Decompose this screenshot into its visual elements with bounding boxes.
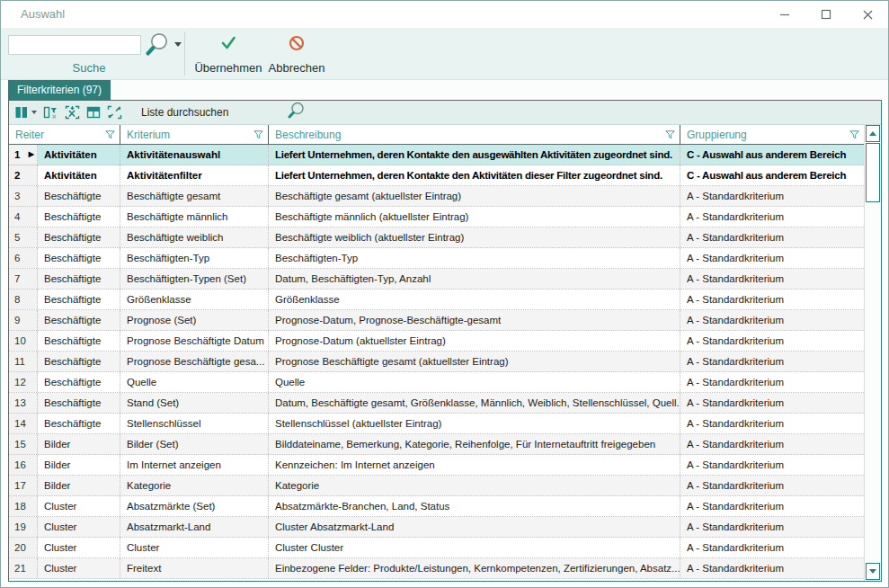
cell-gruppierung[interactable]: A - Standardkriterium — [680, 269, 864, 289]
cell-kriterium[interactable]: Quelle — [120, 372, 269, 392]
grid-view-button[interactable] — [86, 105, 101, 120]
search-options-caret-icon[interactable] — [174, 42, 182, 47]
column-header-beschreibung[interactable]: Beschreibung — [269, 125, 680, 144]
cell-beschreibung[interactable]: Prognose-Datum (aktuellster Eintrag) — [269, 331, 680, 351]
cell-reiter[interactable]: Beschäftigte — [38, 352, 120, 371]
cell-gruppierung[interactable]: A - Standardkriterium — [680, 227, 864, 247]
cell-reiter[interactable]: Beschäftigte — [38, 186, 120, 206]
cell-gruppierung[interactable]: A - Standardkriterium — [680, 558, 864, 578]
table-row[interactable]: 19ClusterAbsatzmarkt-LandCluster Absatzm… — [9, 517, 864, 538]
cell-beschreibung[interactable]: Liefert Unternehmen, deren Kontakte den … — [269, 165, 680, 185]
cell-beschreibung[interactable]: Beschäftigte gesamt (aktuellster Eintrag… — [269, 186, 680, 206]
table-row[interactable]: 13BeschäftigteStand (Set)Datum, Beschäft… — [9, 393, 864, 414]
cell-gruppierung[interactable]: A - Standardkriterium — [680, 517, 864, 537]
cell-beschreibung[interactable]: Bilddateiname, Bemerkung, Kategorie, Rei… — [269, 434, 680, 454]
cell-reiter[interactable]: Beschäftigte — [38, 207, 120, 227]
column-header-kriterium[interactable]: Kriterium — [120, 125, 269, 144]
cell-reiter[interactable]: Beschäftigte — [38, 290, 120, 309]
cell-reiter[interactable]: Bilder — [38, 434, 120, 454]
fit-columns-button[interactable] — [107, 105, 122, 120]
cell-reiter[interactable]: Cluster — [38, 517, 120, 537]
table-row[interactable]: 9BeschäftigtePrognose (Set)Prognose-Datu… — [9, 310, 864, 331]
column-chooser-button[interactable] — [14, 105, 37, 120]
cell-beschreibung[interactable]: Cluster Cluster — [269, 538, 680, 557]
cell-gruppierung[interactable]: A - Standardkriterium — [680, 372, 864, 392]
table-row[interactable]: 14BeschäftigteStellenschlüsselStellensch… — [9, 414, 864, 434]
cell-beschreibung[interactable]: Beschäftigte weiblich (aktuellster Eintr… — [269, 227, 680, 247]
search-icon[interactable] — [143, 31, 172, 61]
cell-reiter[interactable]: Bilder — [38, 476, 120, 495]
cell-reiter[interactable]: Aktivitäten — [38, 145, 120, 165]
cell-beschreibung[interactable]: Liefert Unternehmen, deren Kontakte den … — [269, 145, 680, 165]
table-row[interactable]: 5BeschäftigteBeschäftigte weiblichBeschä… — [9, 227, 864, 248]
cell-kriterium[interactable]: Beschäftigte gesamt — [120, 186, 269, 206]
search-input[interactable] — [8, 35, 141, 55]
cell-kriterium[interactable]: Beschäftigten-Typen (Set) — [120, 269, 269, 289]
cell-beschreibung[interactable]: Kennzeichen: Im Internet anzeigen — [269, 455, 680, 475]
cell-gruppierung[interactable]: A - Standardkriterium — [680, 496, 864, 516]
cell-kriterium[interactable]: Beschäftigte männlich — [120, 207, 269, 227]
table-row[interactable]: 10BeschäftigtePrognose Beschäftigte Datu… — [9, 331, 864, 352]
cell-kriterium[interactable]: Bilder (Set) — [120, 434, 269, 454]
cancel-button[interactable]: Abbrechen — [267, 31, 326, 77]
column-header-reiter[interactable]: Reiter — [9, 125, 120, 144]
table-row[interactable]: 12BeschäftigteQuelleQuelleA - Standardkr… — [9, 372, 864, 393]
cell-beschreibung[interactable]: Einbezogene Felder: Produkte/Leistungen,… — [269, 558, 680, 578]
cell-reiter[interactable]: Aktivitäten — [38, 165, 120, 185]
table-row[interactable]: 16BilderIm Internet anzeigenKennzeichen:… — [9, 455, 864, 476]
minimize-button[interactable] — [764, 1, 805, 28]
cell-beschreibung[interactable]: Beschäftigten-Typ — [269, 248, 680, 268]
cell-reiter[interactable]: Beschäftigte — [38, 414, 120, 433]
cell-reiter[interactable]: Cluster — [38, 538, 120, 557]
table-row[interactable]: 20ClusterClusterCluster ClusterA - Stand… — [9, 538, 864, 558]
cell-beschreibung[interactable]: Beschäftigte männlich (aktuellster Eintr… — [269, 207, 680, 227]
cell-gruppierung[interactable]: A - Standardkriterium — [680, 331, 864, 351]
cell-reiter[interactable]: Beschäftigte — [38, 227, 120, 247]
table-row[interactable]: 1▶AktivitätenAktivitätenauswahlLiefert U… — [9, 145, 864, 165]
table-row[interactable]: 15BilderBilder (Set)Bilddateiname, Bemer… — [9, 434, 864, 455]
cell-beschreibung[interactable]: Stellenschlüssel (aktuellster Eintrag) — [269, 414, 680, 433]
table-row[interactable]: 11BeschäftigtePrognose Beschäftigte gesa… — [9, 352, 864, 372]
maximize-button[interactable] — [805, 1, 847, 28]
cell-kriterium[interactable]: Beschäftigten-Typ — [120, 248, 269, 268]
table-row[interactable]: 21ClusterFreitextEinbezogene Felder: Pro… — [9, 558, 864, 579]
cell-gruppierung[interactable]: A - Standardkriterium — [680, 248, 864, 268]
cell-kriterium[interactable]: Prognose Beschäftigte Datum — [120, 331, 269, 351]
close-button[interactable] — [847, 1, 888, 28]
vertical-scrollbar[interactable] — [864, 125, 881, 581]
scrollbar-thumb[interactable] — [866, 143, 880, 202]
cell-gruppierung[interactable]: A - Standardkriterium — [680, 290, 864, 309]
cell-beschreibung[interactable]: Quelle — [269, 372, 680, 392]
cell-kriterium[interactable]: Stand (Set) — [120, 393, 269, 413]
table-row[interactable]: 18ClusterAbsatzmärkte (Set)Absatzmärkte-… — [9, 496, 864, 517]
cell-kriterium[interactable]: Cluster — [120, 538, 269, 557]
cell-beschreibung[interactable]: Kategorie — [269, 476, 680, 495]
export-excel-button[interactable] — [65, 105, 80, 120]
cell-beschreibung[interactable]: Prognose Beschäftigte gesamt (aktuellste… — [269, 352, 680, 371]
list-search-icon[interactable] — [286, 101, 307, 124]
table-row[interactable]: 3BeschäftigteBeschäftigte gesamtBeschäft… — [9, 186, 864, 207]
column-header-gruppierung[interactable]: Gruppierung — [680, 125, 864, 144]
cell-beschreibung[interactable]: Cluster Absatzmarkt-Land — [269, 517, 680, 537]
cell-kriterium[interactable]: Aktivitätenauswahl — [120, 145, 269, 165]
table-row[interactable]: 4BeschäftigteBeschäftigte männlichBeschä… — [9, 207, 864, 227]
table-row[interactable]: 17BilderKategorieKategorieA - Standardkr… — [9, 476, 864, 496]
list-search-hint[interactable]: Liste durchsuchen — [141, 106, 228, 119]
cell-beschreibung[interactable]: Prognose-Datum, Prognose-Beschäftigte-ge… — [269, 310, 680, 330]
cell-gruppierung[interactable]: A - Standardkriterium — [680, 207, 864, 227]
apply-button[interactable]: Übernehmen — [190, 31, 267, 77]
cell-gruppierung[interactable]: C - Auswahl aus anderem Bereich — [680, 145, 864, 165]
cell-gruppierung[interactable]: A - Standardkriterium — [680, 352, 864, 371]
cell-kriterium[interactable]: Beschäftigte weiblich — [120, 227, 269, 247]
cell-beschreibung[interactable]: Datum, Beschäftigte gesamt, Größenklasse… — [269, 393, 680, 413]
cell-gruppierung[interactable]: A - Standardkriterium — [680, 476, 864, 495]
cell-kriterium[interactable]: Freitext — [120, 558, 269, 578]
cell-gruppierung[interactable]: A - Standardkriterium — [680, 310, 864, 330]
cell-reiter[interactable]: Beschäftigte — [38, 269, 120, 289]
cell-gruppierung[interactable]: A - Standardkriterium — [680, 414, 864, 433]
cell-reiter[interactable]: Beschäftigte — [38, 310, 120, 330]
cell-reiter[interactable]: Beschäftigte — [38, 393, 120, 413]
table-row[interactable]: 7BeschäftigteBeschäftigten-Typen (Set)Da… — [9, 269, 864, 290]
cell-beschreibung[interactable]: Datum, Beschäftigten-Typ, Anzahl — [269, 269, 680, 289]
remove-filter-button[interactable] — [43, 105, 58, 120]
